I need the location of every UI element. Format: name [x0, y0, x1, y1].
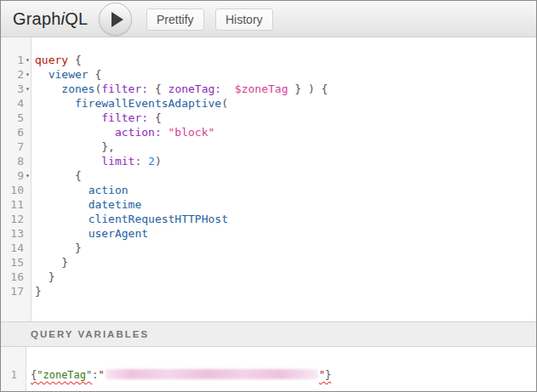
code-line: 3▾ zones(filter: { zoneTag: $zoneTag } )… — [1, 82, 536, 96]
variables-editor[interactable]: 1{"zoneTag":""} — [1, 347, 536, 391]
fold-arrow-icon[interactable]: ▾ — [24, 67, 31, 82]
line-number: 12 — [1, 212, 24, 226]
code-text: {"zoneTag":""} — [26, 369, 331, 382]
code-text: } — [31, 284, 42, 298]
fold-spacer — [24, 241, 31, 255]
code-line: 8 limit: 2) — [1, 154, 536, 168]
code-text: }, — [31, 139, 115, 154]
line-number: 8 — [1, 154, 24, 168]
line-number: 17 — [1, 284, 24, 298]
prettify-button[interactable]: Prettify — [146, 9, 204, 31]
line-gutter: 10 — [1, 183, 31, 197]
logo-text: Graph — [13, 9, 61, 29]
line-number: 11 — [1, 197, 24, 212]
line-gutter: 14 — [1, 241, 31, 255]
fold-arrow-icon[interactable]: ▾ — [24, 82, 31, 96]
query-editor[interactable]: 1▾query {2▾ viewer {3▾ zones(filter: { z… — [1, 37, 536, 321]
code-text: { — [31, 168, 82, 183]
code-line: 11 datetime — [1, 197, 536, 212]
fold-arrow-icon[interactable]: ▾ — [24, 53, 31, 67]
graphiql-app: GraphiQL Prettify History 1▾query {2▾ vi… — [0, 0, 537, 392]
execute-button[interactable] — [99, 3, 132, 36]
variables-code: 1{"zoneTag":""} — [1, 369, 536, 382]
code-line: 1▾query { — [1, 53, 536, 67]
toolbar: GraphiQL Prettify History — [1, 1, 536, 37]
line-gutter: 11 — [1, 197, 31, 212]
code-text: clientRequestHTTPHost — [31, 212, 228, 226]
code-text: filter: { — [31, 111, 162, 125]
line-gutter: 9▾ — [1, 168, 31, 183]
fold-spacer — [24, 255, 31, 270]
fold-spacer — [24, 96, 31, 111]
line-number: 6 — [1, 125, 24, 139]
history-button[interactable]: History — [215, 9, 273, 31]
code-text: } — [31, 241, 82, 255]
code-line: 14 } — [1, 241, 536, 255]
line-gutter: 17 — [1, 284, 31, 298]
line-number: 15 — [1, 255, 24, 270]
line-number: 1 — [1, 53, 24, 67]
fold-spacer — [24, 154, 31, 168]
line-gutter: 7 — [1, 139, 31, 154]
code-text: action — [31, 183, 129, 197]
redacted-zone-tag-value — [106, 369, 318, 379]
code-line: 4 firewallEventsAdaptive( — [1, 96, 536, 111]
line-gutter: 3▾ — [1, 82, 31, 96]
fold-spacer — [24, 270, 31, 284]
line-number: 5 — [1, 111, 24, 125]
code-text: limit: 2) — [31, 154, 162, 168]
fold-spacer — [24, 197, 31, 212]
fold-spacer — [24, 139, 31, 154]
code-text: zones(filter: { zoneTag: $zoneTag } ) { — [31, 82, 328, 96]
code-text: action: "block" — [31, 125, 214, 139]
fold-spacer — [24, 212, 31, 226]
line-number: 9 — [1, 168, 24, 183]
play-icon — [111, 12, 123, 27]
code-line: 13 userAgent — [1, 226, 536, 241]
line-number: 13 — [1, 226, 24, 241]
line-gutter: 15 — [1, 255, 31, 270]
code-text: query { — [31, 53, 82, 67]
code-line: 12 clientRequestHTTPHost — [1, 212, 536, 226]
code-line: 7 }, — [1, 139, 536, 154]
line-gutter: 16 — [1, 270, 31, 284]
fold-arrow-icon[interactable]: ▾ — [24, 168, 31, 183]
line-gutter: 4 — [1, 96, 31, 111]
fold-spacer — [24, 111, 31, 125]
code-text: } — [31, 270, 54, 284]
logo-text: QL — [65, 9, 88, 29]
line-number: 14 — [1, 241, 24, 255]
code-text: firewallEventsAdaptive( — [31, 96, 228, 111]
code-text: datetime — [31, 197, 141, 212]
code-text: userAgent — [31, 226, 148, 241]
line-gutter: 13 — [1, 226, 31, 241]
line-gutter: 12 — [1, 212, 31, 226]
code-line: 17} — [1, 284, 536, 298]
line-number: 7 — [1, 139, 24, 154]
code-line: 6 action: "block" — [1, 125, 536, 139]
line-number: 3 — [1, 82, 24, 96]
code-line: 9▾ { — [1, 168, 536, 183]
query-variables-title: QUERY VARIABLES — [31, 329, 149, 339]
line-number: 4 — [1, 96, 24, 111]
fold-spacer — [24, 226, 31, 241]
code-line: 15 } — [1, 255, 536, 270]
line-gutter: 2▾ — [1, 67, 31, 82]
code-line: 10 action — [1, 183, 536, 197]
line-number: 2 — [1, 67, 24, 82]
line-gutter: 5 — [1, 111, 31, 125]
fold-spacer — [24, 125, 31, 139]
fold-spacer — [24, 284, 31, 298]
fold-spacer — [24, 183, 31, 197]
line-gutter: 6 — [1, 125, 31, 139]
graphiql-logo: GraphiQL — [13, 1, 88, 37]
code-text: } — [31, 255, 68, 270]
code-line: 1{"zoneTag":""} — [1, 369, 536, 382]
line-gutter: 8 — [1, 154, 31, 168]
line-number: 16 — [1, 270, 24, 284]
line-number: 10 — [1, 183, 24, 197]
code-line: 2▾ viewer { — [1, 67, 536, 82]
code-line: 16 } — [1, 270, 536, 284]
query-variables-header[interactable]: QUERY VARIABLES — [1, 321, 536, 347]
code-line: 5 filter: { — [1, 111, 536, 125]
